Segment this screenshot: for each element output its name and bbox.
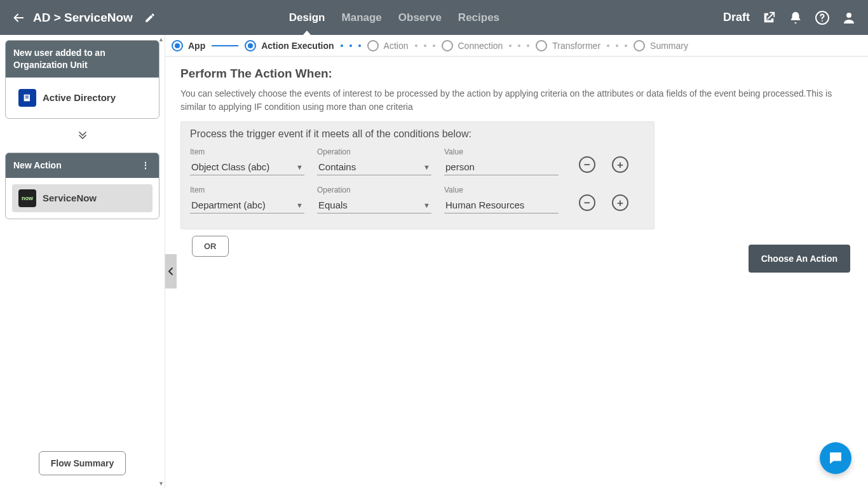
condition-group: Process the trigger event if it meets al…: [180, 121, 654, 229]
step-connection[interactable]: Connection: [442, 40, 503, 51]
item-label: Item: [190, 186, 304, 194]
step-connector: [212, 45, 238, 46]
more-icon[interactable]: ⋮: [141, 159, 151, 172]
back-button[interactable]: [11, 11, 25, 25]
section-description: You can selectively choose the events of…: [180, 87, 853, 114]
step-label: Summary: [650, 41, 688, 51]
value-input[interactable]: [444, 197, 559, 214]
step-transformer[interactable]: Transformer: [536, 40, 600, 51]
operation-select[interactable]: Contains ▼: [317, 159, 431, 175]
item-select-value: Department (abc): [191, 200, 266, 210]
step-radio-icon: [536, 40, 547, 51]
condition-row: Item Department (abc) ▼ Operation Equals…: [190, 182, 645, 220]
choose-action-button[interactable]: Choose An Action: [749, 245, 850, 273]
step-radio-icon: [367, 40, 379, 51]
condition-group-title: Process the trigger event if it meets al…: [190, 128, 645, 140]
item-select[interactable]: Department (abc) ▼: [190, 197, 304, 214]
remove-condition-button[interactable]: −: [579, 156, 595, 173]
step-label: Connection: [458, 41, 503, 51]
trigger-app-chip[interactable]: Active Directory: [12, 84, 153, 112]
remove-condition-button[interactable]: −: [579, 194, 595, 211]
operation-label: Operation: [317, 147, 431, 156]
trigger-card-title: New user added to an Organization Unit: [13, 47, 151, 71]
step-dots: [415, 44, 435, 47]
servicenow-icon: now: [18, 189, 36, 207]
top-bar: AD > ServiceNow Design Manage Observe Re…: [0, 0, 868, 35]
chevron-down-icon: ▼: [423, 201, 430, 209]
item-select-value: Object Class (abc): [191, 161, 269, 172]
tab-manage[interactable]: Manage: [342, 0, 382, 35]
chat-fab[interactable]: [820, 442, 851, 474]
section-title: Perform The Action When:: [180, 67, 853, 81]
item-select[interactable]: Object Class (abc) ▼: [190, 159, 304, 175]
edit-icon[interactable]: [144, 12, 156, 24]
action-card-header: New Action ⋮: [6, 153, 159, 178]
trigger-card[interactable]: New user added to an Organization Unit A…: [5, 40, 159, 119]
svg-rect-3: [25, 95, 29, 96]
status-badge: Draft: [723, 11, 750, 24]
step-radio-icon: [172, 40, 183, 51]
add-or-group-button[interactable]: OR: [192, 236, 229, 257]
scroll-down-icon[interactable]: ▼: [158, 480, 164, 487]
user-icon[interactable]: [841, 10, 857, 25]
step-radio-icon: [442, 40, 453, 51]
item-label: Item: [190, 147, 304, 156]
operation-label: Operation: [317, 186, 431, 194]
step-dots: [341, 44, 361, 47]
help-icon[interactable]: [815, 10, 830, 25]
operation-select-value: Equals: [318, 200, 348, 210]
sidebar-scrollbar[interactable]: ▲ ▼: [158, 35, 165, 488]
add-condition-button[interactable]: +: [612, 156, 628, 173]
step-radio-icon: [245, 40, 256, 51]
top-tabs: Design Manage Observe Recipes: [289, 0, 499, 35]
action-card-title: New Action: [13, 159, 62, 172]
open-external-icon[interactable]: [761, 10, 776, 25]
sidebar: ▲ ▼ New user added to an Organization Un…: [0, 35, 165, 488]
action-card[interactable]: New Action ⋮ now ServiceNow: [5, 152, 159, 219]
step-label: Action Execution: [261, 41, 334, 51]
bell-icon[interactable]: [788, 10, 803, 25]
value-label: Value: [444, 147, 559, 156]
value-input[interactable]: [444, 159, 559, 175]
step-label: App: [188, 41, 205, 51]
svg-point-1: [846, 13, 851, 18]
trigger-card-header: New user added to an Organization Unit: [6, 41, 159, 78]
add-condition-button[interactable]: +: [612, 194, 628, 211]
operation-select[interactable]: Equals ▼: [317, 197, 431, 214]
sidebar-collapse-handle[interactable]: [165, 254, 177, 288]
chevron-down-icon: ▼: [423, 163, 430, 171]
step-dots: [607, 44, 627, 47]
step-action-execution[interactable]: Action Execution: [245, 40, 334, 51]
operation-select-value: Contains: [318, 161, 356, 172]
tab-recipes[interactable]: Recipes: [458, 0, 499, 35]
svg-rect-4: [25, 97, 29, 98]
breadcrumb: AD > ServiceNow: [33, 11, 133, 25]
condition-row: Item Object Class (abc) ▼ Operation Cont…: [190, 144, 645, 182]
flow-summary-button[interactable]: Flow Summary: [39, 451, 126, 475]
flow-arrow-icon: [5, 130, 159, 144]
stepper: App Action Execution Action Connection T…: [165, 35, 868, 57]
step-label: Transformer: [552, 41, 600, 51]
action-app-chip[interactable]: now ServiceNow: [12, 184, 153, 212]
tab-design[interactable]: Design: [289, 0, 325, 35]
active-directory-icon: [18, 89, 36, 107]
chevron-down-icon: ▼: [296, 163, 303, 171]
main-panel: App Action Execution Action Connection T…: [165, 35, 868, 488]
tab-observe[interactable]: Observe: [398, 0, 442, 35]
chevron-down-icon: ▼: [296, 201, 303, 209]
step-action[interactable]: Action: [367, 40, 409, 51]
step-radio-icon: [634, 40, 645, 51]
action-app-label: ServiceNow: [43, 193, 97, 203]
step-label: Action: [384, 41, 409, 51]
step-dots: [509, 44, 529, 47]
scroll-up-icon[interactable]: ▲: [158, 36, 164, 43]
trigger-app-label: Active Directory: [43, 92, 116, 103]
value-label: Value: [444, 186, 559, 194]
step-summary[interactable]: Summary: [634, 40, 688, 51]
step-app[interactable]: App: [172, 40, 205, 51]
